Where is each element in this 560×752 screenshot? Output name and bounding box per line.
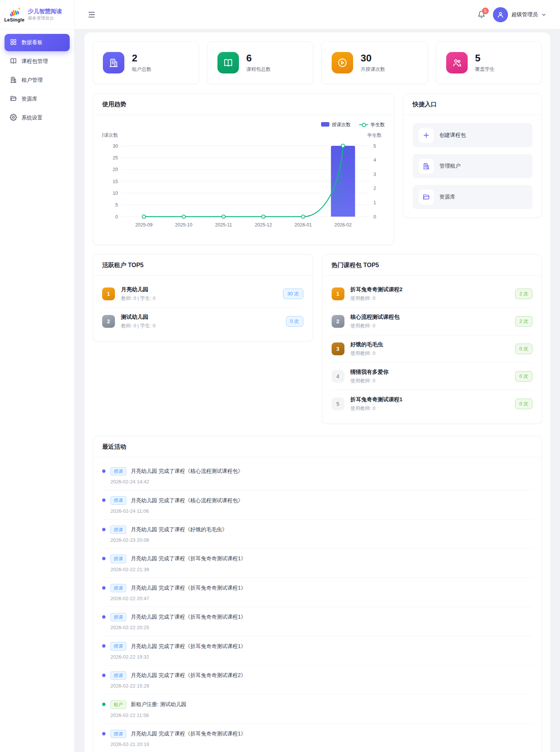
rank-badge: 2 [102, 315, 115, 328]
list-item: 授课月亮幼儿园 完成了课程《折耳兔奇奇测试课程2》 2026-02-22 15:… [102, 665, 532, 694]
sidebar-item-settings[interactable]: 系统设置 [5, 109, 70, 127]
svg-text:5: 5 [115, 202, 118, 208]
app-title: 少儿智慧阅读 [28, 8, 62, 15]
stat-cards: 2 租户总数 6 课程包总数 [93, 41, 542, 84]
legend-line-swatch [359, 124, 368, 125]
list-item: 授课月亮幼儿园 完成了课程《折耳兔奇奇测试课程1》 2026-02-22 19:… [102, 636, 532, 665]
activity-tag: 授课 [110, 642, 126, 650]
sidebar-item-label: 课程包管理 [21, 58, 48, 65]
card-title: 活跃租户 TOP5 [93, 255, 312, 276]
activity-time: 2026-02-21 20:19 [110, 741, 246, 747]
user-menu[interactable]: 超级管理员 [493, 7, 546, 22]
stat-value: 6 [246, 53, 271, 64]
gear-icon [10, 114, 17, 122]
list-item: 授课月亮幼儿园 完成了课程《核心流程测试课程包》 2026-02-24 14:4… [102, 461, 532, 490]
svg-text:10: 10 [113, 191, 118, 196]
list-item: 授课月亮幼儿园 完成了课程《折耳兔奇奇测试课程1》 2026-02-22 21:… [102, 549, 532, 578]
quick-create-package-button[interactable]: 创建课程包 [413, 123, 532, 147]
count-badge: 0 次 [515, 399, 532, 409]
activity-text: 月亮幼儿园 完成了课程《折耳兔奇奇测试课程1》 [131, 731, 246, 737]
svg-text:2025-11: 2025-11 [215, 222, 232, 228]
book-icon [217, 52, 239, 73]
stat-label: 课程包总数 [246, 66, 271, 73]
activity-dot [102, 557, 106, 560]
rank-badge: 2 [332, 315, 344, 328]
stat-label: 租户总数 [132, 66, 151, 73]
svg-text:30: 30 [113, 144, 118, 149]
stat-label: 月授课次数 [361, 66, 385, 73]
notification-bell-icon[interactable]: 5 [476, 9, 487, 20]
chevron-down-icon [541, 12, 546, 17]
activity-text: 新租户注册: 测试幼儿园 [131, 701, 187, 708]
card-title: 热门课程包 TOP5 [323, 255, 542, 276]
activity-text: 月亮幼儿园 完成了课程《折耳兔奇奇测试课程1》 [131, 555, 246, 562]
activity-tag: 授课 [110, 671, 126, 680]
activity-dot [102, 469, 106, 473]
building-icon [10, 76, 17, 84]
svg-text:15: 15 [113, 179, 118, 184]
activity-text: 月亮幼儿园 完成了课程《折耳兔奇奇测试课程1》 [131, 585, 246, 592]
sidebar-item-tenants[interactable]: 租户管理 [5, 72, 70, 89]
top-header: 5 超级管理员 [75, 0, 560, 29]
quick-resources-button[interactable]: 资源库 [413, 185, 532, 209]
sidebar-item-course-packages[interactable]: 课程包管理 [5, 53, 70, 70]
book-icon [10, 57, 17, 66]
list-item: 授课月亮幼儿园 完成了课程《核心流程测试课程包》 2026-02-24 11:0… [102, 490, 532, 519]
svg-text:2025-09: 2025-09 [135, 222, 153, 228]
card-title: 最近活动 [93, 436, 542, 457]
svg-text:5: 5 [373, 144, 376, 149]
list-item: 授课月亮幼儿园 完成了课程《好饿的毛毛虫》 2026-02-23 20:06 [102, 520, 532, 549]
count-badge: 2 次 [515, 316, 532, 327]
list-item: 授课月亮幼儿园 完成了课程《折耳兔奇奇测试课程1》 2026-02-22 20:… [102, 607, 532, 636]
plus-icon [419, 128, 434, 143]
activity-time: 2026-02-22 11:56 [110, 712, 187, 718]
sidebar-item-label: 数据看板 [21, 39, 43, 46]
activity-dot [102, 528, 106, 531]
stat-card-students: 5 覆盖学生 [436, 41, 542, 84]
activity-tag: 授课 [110, 584, 126, 592]
activity-tag: 租户 [110, 700, 126, 709]
svg-text:授课次数: 授课次数 [102, 133, 118, 138]
stat-value: 2 [132, 53, 151, 64]
list-item: 4 猜猜我有多爱你 使用教师: 0 0 次 [332, 363, 533, 390]
usage-trend-chart: 051015202530012345授课次数学生数2025-092025-102… [102, 128, 385, 238]
logo-text: LeSingle [4, 17, 24, 23]
svg-text:0: 0 [373, 214, 376, 220]
activity-tag: 授课 [110, 730, 126, 738]
svg-text:2026-02: 2026-02 [334, 222, 352, 228]
sidebar-item-resources[interactable]: 资源库 [5, 90, 70, 108]
sidebar-collapse-icon[interactable] [86, 9, 97, 20]
legend-bar-swatch [321, 122, 329, 127]
stat-card-packages: 6 课程包总数 [207, 41, 314, 84]
list-item: 1 折耳兔奇奇测试课程2 使用教师: 0 2 次 [332, 280, 533, 308]
list-item: 租户新租户注册: 测试幼儿园 2026-02-22 11:56 [102, 694, 532, 723]
rank-badge: 4 [332, 370, 344, 383]
activity-dot [102, 703, 106, 706]
building-icon [103, 52, 124, 73]
activity-text: 月亮幼儿园 完成了课程《折耳兔奇奇测试课程1》 [131, 643, 246, 650]
svg-text:2025-10: 2025-10 [175, 222, 193, 228]
count-badge: 0 次 [286, 316, 303, 327]
sidebar-item-label: 系统设置 [21, 115, 43, 121]
svg-text:2026-01: 2026-01 [295, 222, 312, 228]
stat-label: 覆盖学生 [475, 66, 495, 73]
activity-time: 2026-02-22 20:47 [110, 596, 246, 601]
activity-time: 2026-02-22 19:32 [110, 654, 246, 660]
activity-time: 2026-02-23 20:06 [110, 537, 227, 543]
sidebar-item-dashboard[interactable]: 数据看板 [5, 34, 70, 51]
main-content: 2 租户总数 6 课程包总数 [75, 29, 560, 752]
quick-manage-tenants-button[interactable]: 管理租户 [413, 154, 532, 178]
app-logo: LeSingle 少儿智慧阅读 服务管理后台 [0, 0, 74, 29]
list-item: 2 核心流程测试课程包 使用教师: 0 2 次 [332, 308, 533, 335]
folder-icon [419, 190, 434, 205]
activity-time: 2026-02-24 14:42 [110, 479, 243, 485]
folder-icon [10, 95, 17, 103]
svg-text:4: 4 [373, 157, 376, 163]
activity-dot [102, 586, 106, 590]
activity-tag: 授课 [110, 496, 126, 504]
list-item: 2 测试幼儿园 教师: 0 | 学生: 0 0 次 [102, 308, 303, 335]
hot-packages-card: 热门课程包 TOP5 1 折耳兔奇奇测试课程2 使用教师: 0 2 次 2 [322, 254, 542, 424]
card-title: 快捷入口 [404, 94, 542, 115]
stat-value: 5 [475, 53, 495, 64]
activity-time: 2026-02-22 15:29 [110, 683, 246, 689]
